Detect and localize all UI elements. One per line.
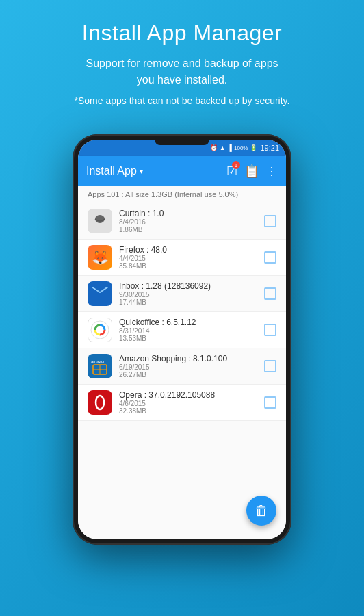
app-bar-title[interactable]: Install App ▾ [86, 165, 226, 177]
status-icons: ⏰ ▲ ▐ 100% 🔋 [210, 144, 258, 151]
list-item[interactable]: Quickoffice : 6.5.1.12 8/31/2014 13.53MB [78, 312, 286, 348]
app-info: Opera : 37.0.2192.105088 4/6/2015 32.38M… [119, 390, 264, 415]
more-icon: ⋮ [266, 166, 278, 177]
header-section: Install App Manager Support for remove a… [54, 0, 311, 127]
svg-text:amazon: amazon [91, 359, 105, 363]
phone-body: ⏰ ▲ ▐ 100% 🔋 19:21 Install App ▾ ☑ 1 [73, 134, 291, 545]
app-date: 4/4/2015 [119, 255, 264, 262]
app-icon-amazon: amazon [88, 354, 112, 378]
notification-badge: 1 [232, 161, 240, 169]
app-checkbox[interactable] [264, 287, 276, 300]
dropdown-icon: ▾ [140, 168, 143, 175]
app-date: 8/31/2014 [119, 327, 264, 335]
app-icon-firefox: 🦊 [88, 245, 112, 270]
app-icon-inbox [88, 281, 112, 306]
app-checkbox[interactable] [264, 360, 276, 372]
list-item[interactable]: Opera : 37.0.2192.105088 4/6/2015 32.38M… [78, 385, 286, 421]
app-name: Firefox : 48.0 [119, 245, 264, 255]
app-date: 8/4/2016 [119, 218, 264, 226]
app-size: 26.27MB [119, 371, 264, 378]
app-checkbox[interactable] [264, 396, 276, 409]
phone-notch [155, 140, 209, 145]
clipboard-button[interactable]: 📋 [244, 164, 259, 179]
status-time: 19:21 [260, 144, 279, 152]
list-item[interactable]: amazon Amazon Shopping : 8.1.0.100 6/19/… [78, 348, 286, 385]
app-size: 35.84MB [119, 262, 264, 270]
clipboard-icon: 📋 [244, 164, 259, 178]
app-name: Inbox : 1.28 (128136092) [119, 281, 264, 291]
app-size: 17.44MB [119, 298, 264, 306]
app-size: 32.38MB [119, 407, 264, 415]
app-bar-title-text: Install App [86, 165, 137, 177]
app-bar-actions: ☑ 1 📋 ⋮ [226, 164, 278, 179]
svg-point-0 [95, 215, 105, 223]
more-options-button[interactable]: ⋮ [266, 164, 278, 179]
app-bar: Install App ▾ ☑ 1 📋 ⋮ [78, 156, 286, 186]
signal-icon: ▐ [228, 144, 232, 151]
app-name: Opera : 37.0.2192.105088 [119, 390, 264, 400]
list-item[interactable]: Inbox : 1.28 (128136092) 9/30/2015 17.44… [78, 276, 286, 312]
wifi-icon: ▲ [220, 144, 226, 151]
summary-text: Apps 101 : All size 1.3GB (Internal use … [88, 190, 238, 198]
svg-point-3 [91, 321, 109, 339]
app-icon-opera [88, 390, 112, 415]
app-size: 13.53MB [119, 335, 264, 342]
phone-mockup: ⏰ ▲ ▐ 100% 🔋 19:21 Install App ▾ ☑ 1 [73, 134, 291, 545]
app-name: Quickoffice : 6.5.1.12 [119, 318, 264, 327]
app-info: Inbox : 1.28 (128136092) 9/30/2015 17.44… [119, 281, 264, 306]
battery-text: 100% [234, 145, 248, 151]
app-checkbox[interactable] [264, 251, 276, 264]
app-icon-quickoffice [88, 318, 112, 342]
app-info: Curtain : 1.0 8/4/2016 1.86MB [119, 209, 264, 233]
app-name: Amazon Shopping : 8.1.0.100 [119, 354, 264, 363]
fab-delete-button[interactable]: 🗑 [246, 496, 276, 526]
page-note: *Some apps that can not be backed up by … [75, 94, 290, 108]
trash-icon: 🗑 [255, 503, 268, 519]
page-title: Install App Manager [75, 21, 290, 46]
app-date: 9/30/2015 [119, 291, 264, 298]
app-checkbox[interactable] [264, 324, 276, 336]
checklist-button[interactable]: ☑ 1 [226, 164, 237, 179]
list-item[interactable]: Curtain : 1.0 8/4/2016 1.86MB [78, 203, 286, 240]
battery-icon: 🔋 [250, 144, 257, 151]
svg-point-10 [96, 396, 104, 409]
summary-bar: Apps 101 : All size 1.3GB (Internal use … [78, 186, 286, 203]
app-list: Curtain : 1.0 8/4/2016 1.86MB 🦊 Firefox … [78, 203, 286, 539]
alarm-icon: ⏰ [210, 144, 218, 151]
list-item[interactable]: 🦊 Firefox : 48.0 4/4/2015 35.84MB [78, 240, 286, 276]
app-name: Curtain : 1.0 [119, 209, 264, 218]
app-date: 6/19/2015 [119, 363, 264, 371]
app-info: Quickoffice : 6.5.1.12 8/31/2014 13.53MB [119, 318, 264, 342]
app-date: 4/6/2015 [119, 400, 264, 407]
app-checkbox[interactable] [264, 215, 276, 227]
app-info: Amazon Shopping : 8.1.0.100 6/19/2015 26… [119, 354, 264, 378]
app-size: 1.86MB [119, 226, 264, 233]
page-subtitle: Support for remove and backup of appsyou… [75, 55, 290, 88]
app-icon-curtain [88, 209, 112, 233]
phone-screen: ⏰ ▲ ▐ 100% 🔋 19:21 Install App ▾ ☑ 1 [78, 140, 286, 539]
app-info: Firefox : 48.0 4/4/2015 35.84MB [119, 245, 264, 270]
